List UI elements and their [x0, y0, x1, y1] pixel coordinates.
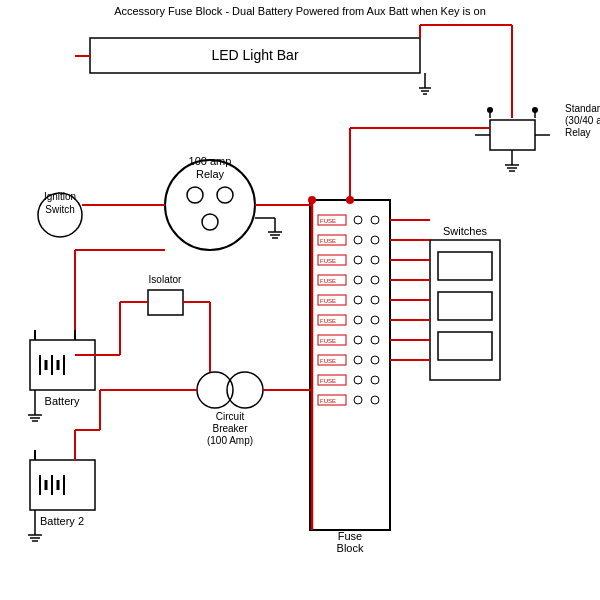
- svg-point-61: [371, 236, 379, 244]
- svg-point-80: [354, 336, 362, 344]
- svg-point-68: [354, 276, 362, 284]
- svg-point-128: [308, 196, 316, 204]
- battery1-label: Battery: [45, 395, 80, 407]
- svg-point-60: [354, 236, 362, 244]
- svg-point-16: [187, 187, 203, 203]
- svg-text:FUSE: FUSE: [320, 318, 336, 324]
- circuit-breaker-label: Circuit: [216, 411, 245, 422]
- svg-point-93: [371, 396, 379, 404]
- svg-point-9: [532, 107, 538, 113]
- svg-text:FUSE: FUSE: [320, 338, 336, 344]
- led-light-bar-label: LED Light Bar: [211, 47, 298, 63]
- svg-text:FUSE: FUSE: [320, 258, 336, 264]
- standard-relay-coil: [490, 120, 535, 150]
- svg-text:FUSE: FUSE: [320, 378, 336, 384]
- svg-text:FUSE: FUSE: [320, 298, 336, 304]
- svg-point-65: [371, 256, 379, 264]
- svg-point-85: [371, 356, 379, 364]
- svg-point-92: [354, 396, 362, 404]
- svg-rect-94: [438, 252, 492, 280]
- svg-point-57: [371, 216, 379, 224]
- svg-text:Breaker: Breaker: [212, 423, 248, 434]
- svg-point-76: [354, 316, 362, 324]
- svg-text:Relay: Relay: [196, 168, 225, 180]
- svg-point-81: [371, 336, 379, 344]
- svg-point-17: [217, 187, 233, 203]
- svg-point-89: [371, 376, 379, 384]
- svg-point-84: [354, 356, 362, 364]
- 100amp-relay-label: 100 amp: [189, 155, 232, 167]
- svg-text:(30/40 amp): (30/40 amp): [565, 115, 600, 126]
- standard-relay-label: Standard: [565, 103, 600, 114]
- isolator: [148, 290, 183, 315]
- svg-point-18: [202, 214, 218, 230]
- switches-panel: [430, 240, 500, 380]
- svg-text:FUSE: FUSE: [320, 218, 336, 224]
- fuse-block-label: Fuse: [338, 530, 362, 542]
- svg-text:FUSE: FUSE: [320, 238, 336, 244]
- svg-text:FUSE: FUSE: [320, 278, 336, 284]
- svg-text:(100 Amp): (100 Amp): [207, 435, 253, 446]
- svg-text:Relay: Relay: [565, 127, 591, 138]
- svg-point-64: [354, 256, 362, 264]
- svg-point-56: [354, 216, 362, 224]
- svg-point-69: [371, 276, 379, 284]
- svg-point-8: [487, 107, 493, 113]
- title: Accessory Fuse Block - Dual Battery Powe…: [114, 5, 486, 17]
- svg-point-77: [371, 316, 379, 324]
- svg-text:Block: Block: [337, 542, 364, 554]
- diagram-container: Accessory Fuse Block - Dual Battery Powe…: [0, 0, 600, 600]
- isolator-label: Isolator: [149, 274, 182, 285]
- ignition-switch-label: Ignition: [44, 191, 76, 202]
- svg-point-88: [354, 376, 362, 384]
- svg-point-73: [371, 296, 379, 304]
- svg-text:FUSE: FUSE: [320, 398, 336, 404]
- switches-label: Switches: [443, 225, 488, 237]
- svg-rect-95: [438, 292, 492, 320]
- svg-text:Switch: Switch: [45, 204, 74, 215]
- svg-point-129: [346, 196, 354, 204]
- svg-rect-96: [438, 332, 492, 360]
- battery2-label: Battery 2: [40, 515, 84, 527]
- svg-point-72: [354, 296, 362, 304]
- svg-text:FUSE: FUSE: [320, 358, 336, 364]
